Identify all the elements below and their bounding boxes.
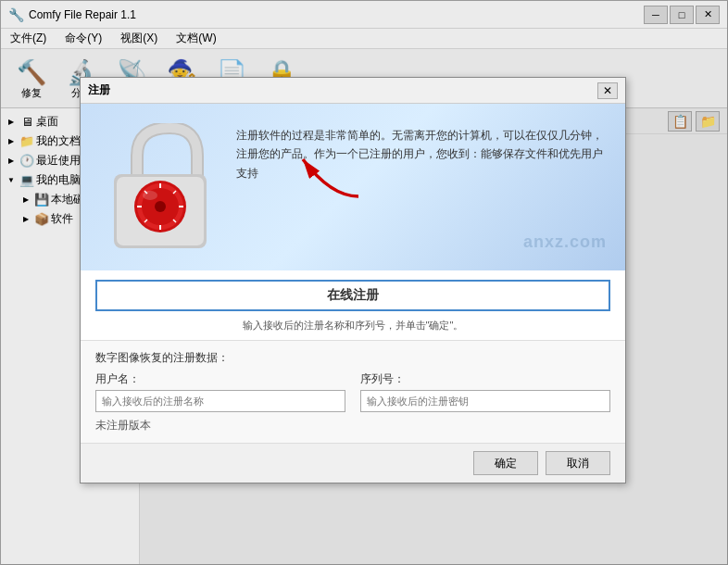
serial-col: 序列号： [360, 371, 610, 412]
watermark: anxz.com [523, 232, 607, 252]
cancel-button[interactable]: 取消 [546, 451, 610, 475]
red-arrow-icon [294, 150, 368, 206]
username-col: 用户名： [95, 371, 345, 412]
svg-point-14 [143, 191, 157, 200]
username-input[interactable] [95, 390, 345, 412]
dialog-footer: 确定 取消 [81, 443, 625, 483]
dialog-titlebar: 注册 ✕ [81, 78, 625, 104]
form-row: 用户名： 序列号： [95, 371, 610, 412]
lock-icon-area [95, 119, 225, 257]
main-window: 🔧 Comfy File Repair 1.1 ─ □ ✕ 文件(Z) 命令(Y… [0, 0, 728, 565]
dialog-hint: 输入接收后的注册名称和序列号，并单击"确定"。 [81, 315, 625, 340]
form-title: 数字图像恢复的注册数据： [95, 350, 610, 366]
dialog-close-button[interactable]: ✕ [597, 82, 618, 99]
dialog-form: 数字图像恢复的注册数据： 用户名： 序列号： 未注册版本 [81, 340, 625, 443]
serial-input[interactable] [360, 390, 610, 412]
username-label: 用户名： [95, 371, 345, 387]
svg-point-5 [155, 201, 166, 212]
unregistered-text: 未注册版本 [95, 418, 610, 433]
dialog-description: 注册软件的过程是非常简单的。无需离开您的计算机，可以在仅仅几分钟，注册您的产品。… [225, 119, 610, 190]
dialog-title: 注册 [88, 82, 597, 98]
lock-svg-icon [109, 123, 211, 253]
ok-button[interactable]: 确定 [473, 451, 538, 475]
dialog-top-section: 注册软件的过程是非常简单的。无需离开您的计算机，可以在仅仅几分钟，注册您的产品。… [81, 104, 625, 270]
register-dialog: 注册 ✕ [80, 77, 626, 483]
serial-label: 序列号： [360, 371, 610, 387]
online-register-button[interactable]: 在线注册 [95, 280, 610, 311]
